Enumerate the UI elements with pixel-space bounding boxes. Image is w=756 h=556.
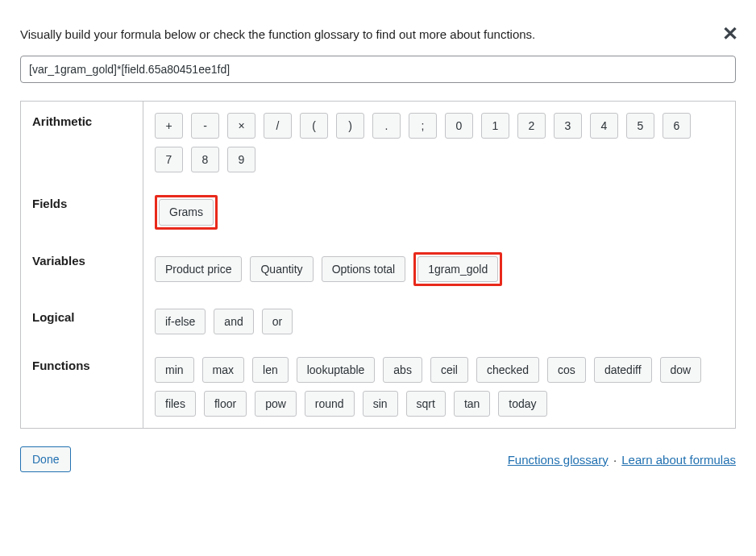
- digit-9[interactable]: 9: [227, 147, 255, 172]
- highlight-1gram-gold: 1gram_gold: [413, 252, 502, 286]
- footer-links: Functions glossary · Learn about formula…: [508, 453, 736, 467]
- close-icon[interactable]: ✕: [722, 24, 738, 44]
- op-minus[interactable]: -: [191, 113, 219, 139]
- var-quantity[interactable]: Quantity: [250, 256, 313, 282]
- op-rparen[interactable]: ): [336, 113, 364, 139]
- label-functions: Functions: [21, 346, 143, 429]
- fn-tan[interactable]: tan: [454, 391, 490, 417]
- var-1gram-gold[interactable]: 1gram_gold: [417, 256, 498, 282]
- fn-pow[interactable]: pow: [255, 391, 297, 417]
- digit-1[interactable]: 1: [481, 113, 509, 139]
- row-logical: Logical if-else and or: [21, 297, 736, 346]
- fn-datediff[interactable]: datediff: [594, 357, 652, 383]
- highlight-grams: Grams: [155, 195, 218, 229]
- fn-floor[interactable]: floor: [204, 391, 247, 417]
- tokens-functions: min max len lookuptable abs ceil checked…: [155, 357, 724, 417]
- label-arithmetic: Arithmetic: [21, 102, 143, 185]
- formula-builder: Arithmetic + - × / ( ) . ; 0 1 2 3 4 5 6…: [20, 101, 736, 429]
- digit-3[interactable]: 3: [554, 113, 582, 139]
- logical-if-else[interactable]: if-else: [155, 309, 206, 334]
- fn-min[interactable]: min: [155, 357, 194, 383]
- formula-input[interactable]: [20, 56, 736, 83]
- fn-cos[interactable]: cos: [547, 357, 586, 383]
- fn-files[interactable]: files: [155, 391, 196, 417]
- label-variables: Variables: [21, 241, 143, 297]
- op-lparen[interactable]: (: [300, 113, 328, 139]
- fn-max[interactable]: max: [202, 357, 244, 383]
- link-functions-glossary[interactable]: Functions glossary: [508, 453, 609, 467]
- label-fields: Fields: [21, 184, 143, 240]
- digit-4[interactable]: 4: [590, 113, 618, 139]
- row-functions: Functions min max len lookuptable abs ce…: [21, 346, 736, 429]
- tokens-arithmetic: + - × / ( ) . ; 0 1 2 3 4 5 6 7 8 9: [155, 113, 724, 172]
- row-arithmetic: Arithmetic + - × / ( ) . ; 0 1 2 3 4 5 6…: [21, 102, 736, 185]
- footer: Done Functions glossary · Learn about fo…: [20, 446, 736, 472]
- fn-sin[interactable]: sin: [363, 391, 398, 417]
- digit-8[interactable]: 8: [191, 147, 219, 172]
- digit-7[interactable]: 7: [155, 147, 183, 172]
- fn-checked[interactable]: checked: [476, 357, 539, 383]
- logical-or[interactable]: or: [262, 309, 293, 334]
- fn-dow[interactable]: dow: [660, 357, 702, 383]
- logical-and[interactable]: and: [214, 309, 253, 334]
- label-logical: Logical: [21, 297, 143, 346]
- op-semicolon[interactable]: ;: [409, 113, 437, 139]
- row-variables: Variables Product price Quantity Options…: [21, 241, 736, 297]
- fn-today[interactable]: today: [498, 391, 546, 417]
- row-fields: Fields Grams: [21, 184, 736, 240]
- op-divide[interactable]: /: [264, 113, 292, 139]
- digit-5[interactable]: 5: [626, 113, 654, 139]
- tokens-fields: Grams: [155, 195, 724, 229]
- digit-2[interactable]: 2: [517, 113, 546, 139]
- op-plus[interactable]: +: [155, 113, 183, 139]
- link-learn-formulas[interactable]: Learn about formulas: [621, 453, 736, 467]
- intro-text: Visually build your formula below or che…: [20, 27, 736, 41]
- separator: ·: [610, 453, 621, 467]
- var-options-total[interactable]: Options total: [322, 256, 406, 282]
- tokens-logical: if-else and or: [155, 309, 724, 334]
- fn-sqrt[interactable]: sqrt: [406, 391, 446, 417]
- done-button[interactable]: Done: [20, 446, 71, 472]
- op-dot[interactable]: .: [372, 113, 401, 139]
- tokens-variables: Product price Quantity Options total 1gr…: [155, 252, 724, 286]
- fn-lookuptable[interactable]: lookuptable: [297, 357, 376, 383]
- fn-len[interactable]: len: [252, 357, 289, 383]
- fn-round[interactable]: round: [305, 391, 355, 417]
- var-product-price[interactable]: Product price: [155, 256, 242, 282]
- field-grams[interactable]: Grams: [159, 199, 214, 225]
- op-multiply[interactable]: ×: [227, 113, 255, 139]
- fn-ceil[interactable]: ceil: [430, 357, 468, 383]
- digit-6[interactable]: 6: [663, 113, 691, 139]
- fn-abs[interactable]: abs: [383, 357, 422, 383]
- digit-0[interactable]: 0: [445, 113, 473, 139]
